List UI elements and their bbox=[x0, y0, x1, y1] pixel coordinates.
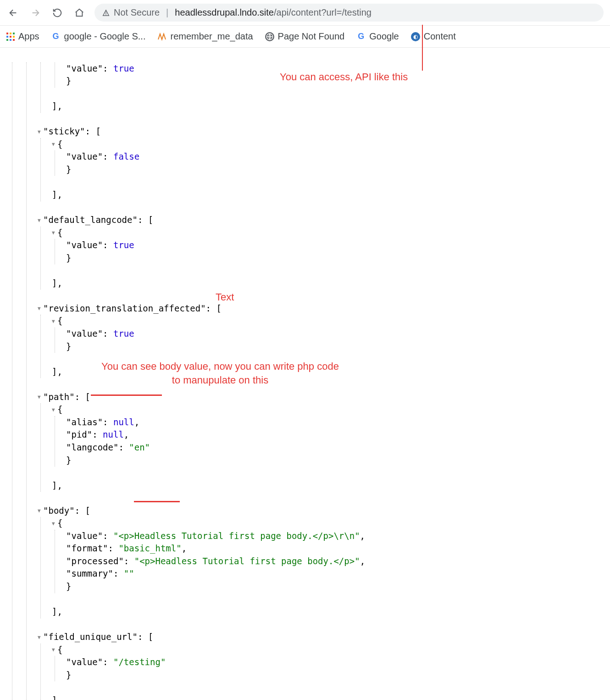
url-bar[interactable]: Not Secure | headlessdrupal.lndo.site/ap… bbox=[94, 4, 604, 22]
google-icon: G bbox=[356, 32, 366, 41]
content-icon: ◐ bbox=[411, 32, 420, 41]
annotation-line bbox=[91, 394, 162, 396]
json-value: true bbox=[113, 63, 134, 73]
json-key: "field_unique_url" bbox=[43, 632, 138, 642]
bookmarks-bar: Apps G google - Google S... remember_me_… bbox=[0, 26, 610, 48]
url-divider: | bbox=[166, 7, 168, 18]
svg-rect-1 bbox=[10, 33, 11, 34]
json-value: "en" bbox=[129, 442, 150, 452]
json-key: "processed" bbox=[66, 556, 124, 566]
json-value: true bbox=[113, 328, 134, 339]
json-key: "value" bbox=[66, 657, 103, 667]
google-icon: G bbox=[51, 32, 61, 41]
json-key: "body" bbox=[43, 506, 75, 516]
security-indicator[interactable]: Not Secure bbox=[102, 7, 160, 18]
json-key: "alias" bbox=[66, 417, 103, 427]
bookmark-content[interactable]: ◐ Content bbox=[411, 31, 456, 42]
caret-icon[interactable]: ▼ bbox=[38, 305, 43, 312]
svg-rect-3 bbox=[6, 36, 8, 38]
json-value: "<p>Headless Tutorial first page body.</… bbox=[113, 531, 360, 541]
json-value: null bbox=[103, 429, 124, 439]
json-key: "default_langcode" bbox=[43, 215, 138, 225]
home-button[interactable] bbox=[72, 6, 86, 20]
caret-icon[interactable]: ▼ bbox=[38, 128, 43, 136]
caret-icon[interactable]: ▼ bbox=[52, 646, 57, 654]
caret-icon[interactable]: ▼ bbox=[52, 406, 57, 414]
json-key: "revision_translation_affected" bbox=[43, 303, 206, 313]
annotation-text: You can access, API like this bbox=[280, 70, 408, 84]
json-key: "value" bbox=[66, 531, 103, 541]
security-label: Not Secure bbox=[114, 7, 160, 18]
annotation-text: You can see body value, now you can writ… bbox=[101, 360, 339, 387]
svg-rect-6 bbox=[6, 39, 8, 41]
json-value: "basic_html" bbox=[118, 543, 181, 553]
json-key: "path" bbox=[43, 392, 75, 402]
annotation-text: Text bbox=[216, 290, 234, 305]
warning-icon bbox=[102, 9, 110, 17]
json-key: "value" bbox=[66, 63, 103, 73]
caret-icon[interactable]: ▼ bbox=[52, 229, 57, 237]
caret-icon[interactable]: ▼ bbox=[38, 394, 43, 401]
bookmark-label: remember_me_data bbox=[170, 31, 253, 42]
reload-button[interactable] bbox=[50, 6, 64, 20]
bookmark-label: Page Not Found bbox=[278, 31, 345, 42]
svg-rect-2 bbox=[13, 33, 15, 34]
svg-rect-4 bbox=[10, 36, 11, 38]
annotation-line bbox=[134, 501, 180, 502]
json-value: false bbox=[113, 151, 139, 161]
caret-icon[interactable]: ▼ bbox=[38, 507, 43, 515]
globe-icon bbox=[265, 32, 274, 41]
caret-icon[interactable]: ▼ bbox=[52, 520, 57, 528]
svg-rect-7 bbox=[10, 39, 11, 41]
caret-icon[interactable]: ▼ bbox=[52, 141, 57, 148]
json-value: true bbox=[113, 240, 134, 250]
caret-icon[interactable]: ▼ bbox=[52, 318, 57, 325]
caret-icon[interactable]: ▼ bbox=[38, 634, 43, 641]
annotation-line bbox=[422, 25, 423, 71]
bookmark-page-not-found[interactable]: Page Not Found bbox=[265, 31, 345, 42]
bookmark-google-search[interactable]: G google - Google S... bbox=[51, 31, 146, 42]
svg-rect-8 bbox=[13, 39, 15, 41]
bookmark-label: Google bbox=[369, 31, 399, 42]
json-key: "value" bbox=[66, 240, 103, 250]
json-value: "<p>Headless Tutorial first page body.</… bbox=[134, 556, 360, 566]
back-button[interactable] bbox=[6, 6, 20, 20]
svg-rect-0 bbox=[6, 33, 8, 34]
bookmark-remember-me[interactable]: remember_me_data bbox=[157, 31, 253, 42]
json-key: "value" bbox=[66, 328, 103, 339]
caret-icon[interactable]: ▼ bbox=[38, 217, 43, 224]
json-viewer[interactable]: "value": true } ], ▼"sticky": [ ▼{ "valu… bbox=[0, 48, 610, 700]
json-value: "/testing" bbox=[113, 657, 166, 667]
json-key: "pid" bbox=[66, 429, 92, 439]
json-key: "langcode" bbox=[66, 442, 118, 452]
forward-button[interactable] bbox=[28, 6, 42, 20]
json-key: "format" bbox=[66, 543, 108, 553]
browser-toolbar: Not Secure | headlessdrupal.lndo.site/ap… bbox=[0, 0, 610, 26]
apps-icon bbox=[6, 33, 15, 41]
json-key: "value" bbox=[66, 151, 103, 161]
svg-rect-5 bbox=[13, 36, 15, 38]
apps-label: Apps bbox=[18, 31, 39, 42]
bookmark-google[interactable]: G Google bbox=[356, 31, 399, 42]
json-key: "summary" bbox=[66, 568, 113, 578]
json-key: "sticky" bbox=[43, 126, 85, 136]
bookmark-label: Content bbox=[424, 31, 456, 42]
url-text: headlessdrupal.lndo.site/api/content?url… bbox=[175, 7, 372, 18]
pma-icon bbox=[157, 32, 166, 41]
json-value: "" bbox=[124, 568, 134, 578]
apps-button[interactable]: Apps bbox=[6, 31, 39, 42]
bookmark-label: google - Google S... bbox=[64, 31, 146, 42]
json-value: null bbox=[113, 417, 134, 427]
